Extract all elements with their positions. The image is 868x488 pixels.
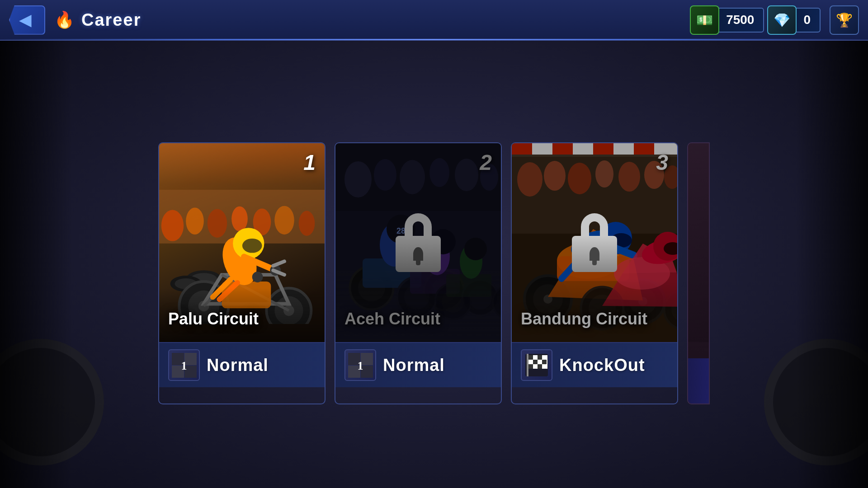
normal-mode-svg-2: 1 [348, 353, 373, 378]
circuit-card-palu[interactable]: 1 Palu Circuit 1 Normal [158, 142, 326, 404]
lock-icon-bandung [567, 213, 622, 272]
gem-icon: 💎 [774, 12, 790, 28]
trophy-icon: 🏆 [836, 12, 853, 28]
currency-section: 💵 7500 💎 0 🏆 [691, 5, 859, 35]
page-title: Career [81, 10, 141, 30]
svg-rect-120 [527, 354, 528, 376]
header: ◀ 🔥 Career 💵 7500 💎 0 🏆 [0, 0, 868, 41]
card-footer-aceh: 1 Normal [335, 342, 501, 387]
bandung-lock-overlay [512, 143, 677, 342]
money-value: 7500 [722, 13, 763, 27]
title-section: 🔥 Career [54, 10, 141, 30]
svg-line-31 [273, 261, 284, 266]
svg-point-28 [252, 272, 263, 282]
palu-mode-label: Normal [207, 356, 269, 375]
money-icon: 💵 [696, 12, 713, 28]
svg-rect-124 [533, 360, 538, 364]
gems-icon-box: 💎 [767, 5, 797, 35]
lock-icon-aceh [391, 213, 445, 272]
card-image-palu: 1 Palu Circuit [159, 143, 325, 342]
circuit-card-aceh[interactable]: 28 [335, 142, 502, 404]
gems-currency: 💎 0 [769, 8, 821, 33]
header-divider [0, 39, 868, 40]
lock-body-bandung [572, 236, 617, 272]
aceh-lock-overlay [335, 143, 501, 342]
header-left: ◀ 🔥 Career [9, 5, 691, 35]
circuit-card-bandung[interactable]: 3 Bandung Circuit [511, 142, 678, 404]
back-button[interactable]: ◀ [9, 5, 45, 35]
palu-mode-icon: 1 [168, 349, 200, 381]
back-arrow-icon: ◀ [19, 10, 32, 29]
partial-card-4 [687, 142, 710, 404]
svg-rect-125 [542, 360, 547, 364]
svg-rect-123 [538, 355, 542, 360]
lock-keyhole [413, 247, 423, 261]
main-content: 1 Palu Circuit 1 Normal [0, 68, 868, 479]
bandung-mode-label: KnockOut [559, 356, 645, 375]
trophy-button[interactable]: 🏆 [830, 5, 859, 35]
aceh-mode-icon: 1 [344, 349, 376, 381]
circuit-number-1: 1 [303, 150, 316, 175]
svg-point-4 [231, 206, 248, 231]
lock-keyhole-bandung [590, 247, 599, 261]
svg-rect-122 [528, 355, 533, 360]
svg-text:1: 1 [181, 359, 187, 372]
bandung-mode-icon [521, 349, 552, 381]
svg-text:1: 1 [357, 359, 363, 372]
svg-point-2 [186, 208, 204, 235]
partial-footer [688, 358, 709, 404]
gems-value: 0 [799, 13, 820, 27]
svg-point-6 [274, 206, 294, 235]
knockout-mode-svg [523, 352, 550, 379]
svg-point-7 [299, 211, 315, 236]
circuit-name-palu: Palu Circuit [168, 310, 259, 328]
normal-mode-svg-1: 1 [172, 353, 197, 378]
svg-point-24 [242, 239, 262, 253]
card-footer-bandung: KnockOut [512, 342, 677, 387]
flame-icon: 🔥 [54, 10, 75, 29]
money-currency: 💵 7500 [691, 8, 764, 33]
svg-rect-127 [538, 364, 542, 369]
svg-point-1 [161, 210, 184, 241]
card-image-aceh: 28 [335, 143, 501, 342]
card-image-bandung: 3 Bandung Circuit [512, 143, 677, 342]
svg-point-3 [208, 209, 227, 238]
money-icon-box: 💵 [690, 5, 719, 35]
lock-body [396, 236, 441, 272]
aceh-mode-label: Normal [383, 356, 445, 375]
svg-rect-126 [528, 364, 533, 369]
card-footer-palu: 1 Normal [159, 342, 325, 387]
